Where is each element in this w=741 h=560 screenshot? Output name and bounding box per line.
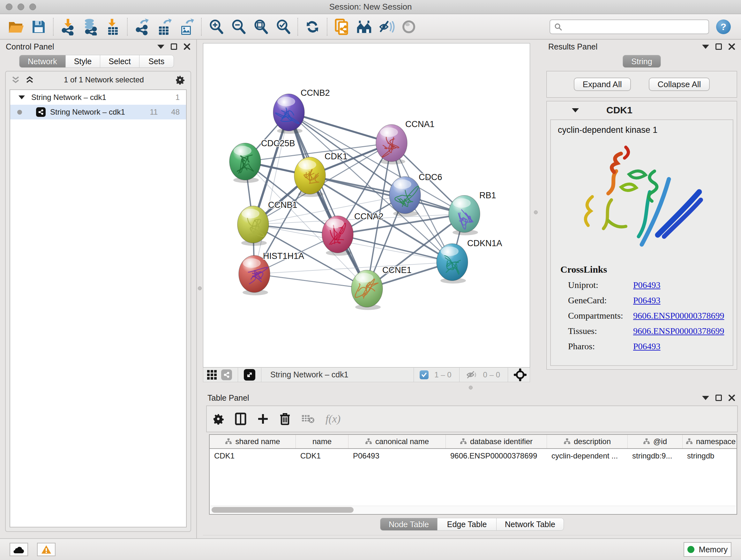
zoom-fit-icon[interactable] — [253, 18, 269, 36]
cloud-status-button[interactable] — [10, 543, 28, 556]
tab-edge-table[interactable]: Edge Table — [437, 518, 496, 531]
column-header-namespace[interactable]: namespace — [683, 435, 737, 448]
collapse-all-button[interactable]: Collapse All — [649, 78, 710, 91]
first-neighbors-icon[interactable] — [356, 18, 373, 36]
crosslink-compartments[interactable]: 9606.ENSP00000378699 — [633, 311, 724, 321]
close-window-button[interactable] — [6, 3, 12, 10]
panel-float-icon[interactable] — [702, 396, 709, 400]
network-canvas[interactable]: CCNB2CCNA1CDC25BCDK1CDC6RB1CCNB1CCNA2CDK… — [203, 43, 530, 368]
section-caret-icon[interactable] — [572, 108, 579, 112]
tab-node-table[interactable]: Node Table — [380, 518, 437, 531]
minimize-window-button[interactable] — [17, 3, 24, 10]
expand-all-icon[interactable] — [25, 76, 34, 84]
zoom-selected-icon[interactable] — [275, 18, 291, 36]
network-node-hist1h1a[interactable]: HIST1H1A — [239, 251, 304, 295]
panel-undock-icon[interactable] — [716, 44, 722, 50]
gear-icon[interactable] — [175, 75, 185, 84]
network-row[interactable]: String Network – cdk1 11 48 — [10, 105, 186, 119]
network-node-ccnb1[interactable]: CCNB1 — [238, 200, 297, 246]
maximize-window-button[interactable] — [29, 3, 36, 10]
network-edge[interactable] — [289, 112, 367, 289]
show-all-icon[interactable] — [401, 18, 417, 36]
export-network-icon[interactable] — [134, 18, 150, 36]
zoom-in-icon[interactable] — [208, 18, 224, 36]
crosslink-pharos[interactable]: P06493 — [633, 341, 661, 352]
network-view-type-icon[interactable] — [221, 369, 232, 380]
network-node-ccna1[interactable]: CCNA1 — [376, 119, 434, 165]
collapse-all-icon[interactable] — [11, 76, 20, 84]
crosslink-tissues[interactable]: 9606.ENSP00000378699 — [633, 326, 724, 336]
cell-id[interactable]: stringdb:9... — [628, 451, 683, 460]
network-edge[interactable] — [254, 274, 367, 289]
crosslink-genecard[interactable]: P06493 — [633, 295, 661, 306]
grid-view-icon[interactable] — [206, 369, 217, 380]
network-node-cdk1[interactable]: CDK1 — [294, 152, 347, 197]
crosslink-uniprot[interactable]: P06493 — [633, 280, 661, 290]
panel-close-icon[interactable] — [728, 394, 735, 401]
bottom-splitter-handle[interactable] — [469, 386, 473, 389]
left-splitter-handle[interactable] — [198, 287, 202, 290]
panel-float-icon[interactable] — [157, 45, 164, 49]
cell-shared-name[interactable]: CDK1 — [210, 451, 296, 460]
import-network-icon[interactable] — [60, 18, 76, 36]
column-header-shared-name[interactable]: shared name — [210, 435, 296, 448]
cell-canonical-name[interactable]: P06493 — [348, 451, 446, 460]
delete-table-icon[interactable] — [301, 414, 315, 424]
network-edge[interactable] — [254, 112, 289, 274]
column-header-name[interactable]: name — [296, 435, 348, 448]
export-image-icon[interactable] — [179, 18, 195, 36]
search-box[interactable] — [549, 19, 709, 34]
memory-button[interactable]: Memory — [684, 542, 731, 557]
search-input[interactable] — [565, 22, 704, 31]
function-builder-icon[interactable]: f(x) — [326, 413, 340, 425]
tab-network[interactable]: Network — [19, 55, 66, 68]
warning-status-button[interactable] — [37, 543, 56, 556]
show-columns-icon[interactable] — [235, 413, 246, 425]
tree-caret-icon[interactable] — [18, 96, 25, 99]
cell-namespace[interactable]: stringdb — [683, 451, 737, 460]
tab-network-table[interactable]: Network Table — [496, 518, 564, 531]
panel-float-icon[interactable] — [702, 45, 709, 49]
snapshot-icon[interactable] — [333, 18, 350, 36]
selected-checkbox-icon[interactable] — [420, 370, 428, 379]
save-icon[interactable] — [30, 18, 47, 36]
column-header-canonical-name[interactable]: canonical name — [348, 435, 446, 448]
column-header-description[interactable]: description — [547, 435, 628, 448]
refresh-layout-icon[interactable] — [304, 18, 321, 36]
table-options-gear-icon[interactable] — [212, 413, 224, 425]
network-node-ccne1[interactable]: CCNE1 — [351, 265, 412, 310]
network-node-ccnb2[interactable]: CCNB2 — [273, 88, 330, 134]
import-table-icon[interactable] — [105, 18, 121, 36]
cell-description[interactable]: cyclin-dependent ... — [547, 451, 628, 460]
zoom-out-icon[interactable] — [230, 18, 247, 36]
panel-close-icon[interactable] — [728, 43, 735, 50]
tab-string[interactable]: String — [623, 55, 661, 68]
cell-name[interactable]: CDK1 — [296, 451, 348, 460]
node-table[interactable]: shared name name canonical name database… — [209, 434, 737, 515]
import-database-icon[interactable] — [82, 18, 98, 36]
hide-selected-icon[interactable] — [378, 18, 395, 36]
add-column-icon[interactable] — [257, 413, 269, 425]
delete-column-icon[interactable] — [280, 413, 290, 425]
column-header-database-identifier[interactable]: database identifier — [446, 435, 547, 448]
help-icon[interactable]: ? — [716, 19, 731, 34]
scrollbar-thumb[interactable] — [212, 507, 354, 513]
cell-database-identifier[interactable]: 9606.ENSP00000378699 — [446, 451, 547, 460]
tab-style[interactable]: Style — [66, 55, 100, 68]
panel-close-icon[interactable] — [184, 43, 191, 50]
birdseye-view-icon[interactable] — [244, 369, 255, 381]
horizontal-scrollbar[interactable] — [210, 506, 736, 513]
tab-sets[interactable]: Sets — [139, 55, 174, 68]
network-node-cdc25b[interactable]: CDC25B — [229, 138, 295, 183]
column-header-id[interactable]: @id — [628, 435, 683, 448]
table-row[interactable]: CDK1 CDK1 P06493 9606.ENSP00000378699 cy… — [210, 449, 737, 463]
panel-undock-icon[interactable] — [716, 395, 722, 401]
tab-select[interactable]: Select — [100, 55, 139, 68]
panel-undock-icon[interactable] — [171, 44, 177, 50]
export-table-icon[interactable] — [156, 18, 173, 36]
right-splitter-handle[interactable] — [534, 210, 538, 214]
network-node-cdkn1a[interactable]: CDKN1A — [436, 239, 502, 284]
expand-all-button[interactable]: Expand All — [574, 78, 631, 91]
open-folder-icon[interactable] — [8, 18, 24, 36]
reset-zoom-crosshair-icon[interactable] — [514, 368, 527, 381]
